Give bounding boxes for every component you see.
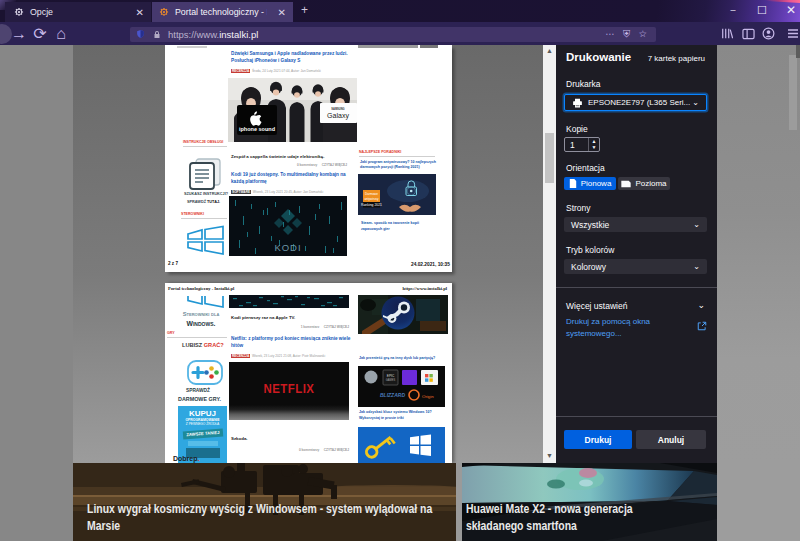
svg-text:SAMSUNG: SAMSUNG bbox=[331, 107, 344, 111]
svg-text:Galaxy: Galaxy bbox=[327, 112, 349, 120]
svg-text:antywirusy: antywirusy bbox=[364, 197, 379, 201]
svg-text:Ranking 2021: Ranking 2021 bbox=[361, 203, 382, 207]
svg-text:GAMES: GAMES bbox=[386, 378, 396, 382]
svg-text:BLIZZARD: BLIZZARD bbox=[380, 392, 405, 398]
svg-text:Origin: Origin bbox=[422, 394, 434, 399]
svg-text:KODI: KODI bbox=[274, 242, 301, 253]
svg-text:EPIC: EPIC bbox=[387, 374, 395, 378]
svg-text:iphone sound: iphone sound bbox=[239, 126, 275, 132]
svg-text:Darmowe: Darmowe bbox=[365, 192, 378, 196]
